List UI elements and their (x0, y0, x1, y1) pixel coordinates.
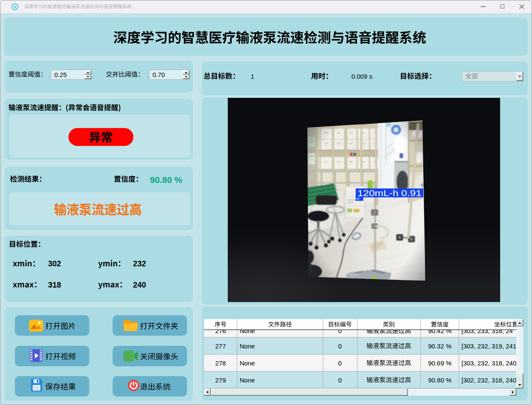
svg-text:[303, 232, 319, 241: [303, 232, 319, 241 (461, 342, 516, 350)
svg-text:90.32 %: 90.32 % (428, 342, 451, 350)
svg-text:240: 240 (133, 280, 146, 289)
svg-text:90.80 %: 90.80 % (150, 175, 182, 185)
svg-text:None: None (240, 342, 255, 350)
svg-text:90.80 %: 90.80 % (428, 376, 451, 384)
svg-text:None: None (240, 359, 255, 367)
svg-text:120mL-h 0.91: 120mL-h 0.91 (357, 188, 422, 198)
svg-text:0.70: 0.70 (153, 71, 165, 78)
svg-text:302: 302 (48, 259, 61, 268)
svg-text:0.25: 0.25 (54, 71, 67, 78)
svg-text:278: 278 (215, 359, 226, 367)
svg-text:0: 0 (338, 359, 342, 367)
svg-text:1: 1 (251, 73, 254, 80)
svg-text:318: 318 (48, 280, 61, 289)
svg-text:90.69 %: 90.69 % (428, 359, 451, 367)
svg-text:279: 279 (215, 376, 226, 384)
svg-text:232: 232 (133, 259, 146, 268)
svg-text:[302, 232, 318, 240: [302, 232, 318, 240 (461, 376, 516, 384)
svg-text:[303, 232, 318, 240: [303, 232, 318, 240 (461, 359, 516, 367)
svg-text:0.009 s: 0.009 s (351, 73, 372, 80)
svg-text:None: None (240, 376, 255, 384)
svg-text:0: 0 (338, 376, 342, 384)
svg-text:0: 0 (338, 342, 342, 350)
svg-text:277: 277 (215, 342, 226, 350)
